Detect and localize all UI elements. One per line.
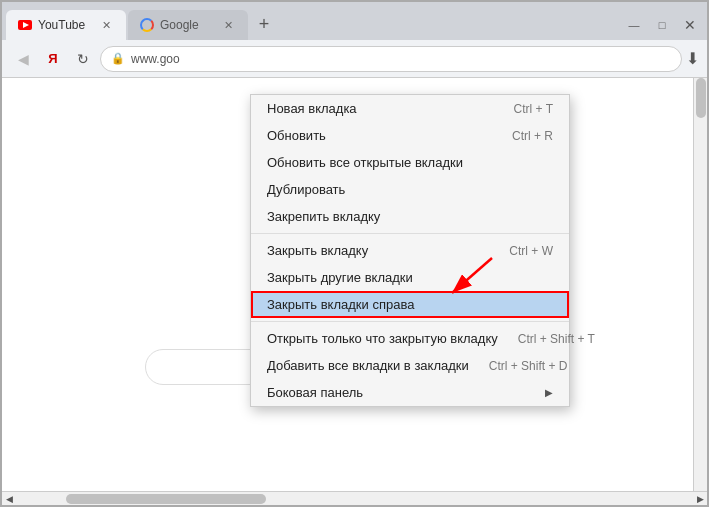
menu-item-duplicate[interactable]: Дублировать <box>251 176 569 203</box>
menu-item-pin[interactable]: Закрепить вкладку <box>251 203 569 230</box>
menu-item-close-tab-shortcut: Ctrl + W <box>509 244 553 258</box>
menu-item-sidebar[interactable]: Боковая панель ▶ <box>251 379 569 406</box>
menu-item-close-tab[interactable]: Закрыть вкладку Ctrl + W <box>251 237 569 264</box>
menu-item-sidebar-label: Боковая панель <box>267 385 537 400</box>
menu-item-new-tab-label: Новая вкладка <box>267 101 494 116</box>
window-controls: — □ ✕ <box>621 14 703 40</box>
tab-bar: YouTube ✕ Google ✕ + — □ ✕ <box>2 2 707 40</box>
scroll-arrow-left[interactable]: ◀ <box>2 492 16 506</box>
maximize-button[interactable]: □ <box>649 14 675 36</box>
annotation-arrow <box>422 248 502 308</box>
menu-item-close-others-label: Закрыть другие вкладки <box>267 270 553 285</box>
bottom-scrollbar[interactable]: ◀ ▶ <box>2 491 707 505</box>
scroll-arrow-right[interactable]: ▶ <box>693 492 707 506</box>
minimize-button[interactable]: — <box>621 14 647 36</box>
menu-item-bookmark-all-label: Добавить все вкладки в закладки <box>267 358 469 373</box>
yandex-icon: Я <box>48 51 57 66</box>
tab-google-label: Google <box>160 18 214 32</box>
scrollbar-thumb-bottom <box>66 494 266 504</box>
menu-item-refresh-all[interactable]: Обновить все открытые вкладки <box>251 149 569 176</box>
menu-item-reopen-shortcut: Ctrl + Shift + T <box>518 332 595 346</box>
youtube-icon <box>18 20 32 30</box>
tab-close-google[interactable]: ✕ <box>220 17 236 33</box>
back-button[interactable]: ◀ <box>10 46 36 72</box>
address-bar[interactable]: 🔒 www.goo <box>100 46 682 72</box>
address-text: www.goo <box>131 52 180 66</box>
menu-item-close-right-label: Закрыть вкладки справа <box>267 297 553 312</box>
scrollbar-right[interactable] <box>693 78 707 491</box>
menu-item-reopen[interactable]: Открыть только что закрытую вкладку Ctrl… <box>251 325 569 352</box>
menu-item-new-tab[interactable]: Новая вкладка Ctrl + T <box>251 95 569 122</box>
tab-youtube-label: YouTube <box>38 18 92 32</box>
close-window-button[interactable]: ✕ <box>677 14 703 36</box>
tab-google[interactable]: Google ✕ <box>128 10 248 40</box>
google-icon <box>140 18 154 32</box>
tab-close-youtube[interactable]: ✕ <box>98 17 114 33</box>
menu-item-duplicate-label: Дублировать <box>267 182 553 197</box>
menu-item-bookmark-all-shortcut: Ctrl + Shift + D <box>489 359 568 373</box>
menu-arrow-icon: ▶ <box>545 387 553 398</box>
menu-item-close-right[interactable]: Закрыть вкладки справа <box>251 291 569 318</box>
menu-item-reopen-label: Открыть только что закрытую вкладку <box>267 331 498 346</box>
svg-line-1 <box>452 258 492 293</box>
menu-item-refresh-shortcut: Ctrl + R <box>512 129 553 143</box>
new-tab-button[interactable]: + <box>250 10 278 38</box>
menu-item-new-tab-shortcut: Ctrl + T <box>514 102 553 116</box>
tab-youtube[interactable]: YouTube ✕ <box>6 10 126 40</box>
download-icon[interactable]: ⬇ <box>686 49 699 68</box>
yandex-button[interactable]: Я <box>40 46 66 72</box>
menu-separator-2 <box>251 321 569 322</box>
scrollbar-thumb-right <box>696 78 706 118</box>
browser-window: YouTube ✕ Google ✕ + — □ ✕ ◀ Я ↻ 🔒 www.g… <box>2 2 707 505</box>
menu-item-pin-label: Закрепить вкладку <box>267 209 553 224</box>
menu-item-refresh[interactable]: Обновить Ctrl + R <box>251 122 569 149</box>
menu-separator-1 <box>251 233 569 234</box>
content-area: Google Новая вкладка Ctrl + T Обновить C… <box>2 78 707 491</box>
google-favicon <box>140 18 154 32</box>
menu-item-close-others[interactable]: Закрыть другие вкладки <box>251 264 569 291</box>
menu-item-bookmark-all[interactable]: Добавить все вкладки в закладки Ctrl + S… <box>251 352 569 379</box>
nav-bar: ◀ Я ↻ 🔒 www.goo ⬇ <box>2 40 707 78</box>
menu-item-refresh-all-label: Обновить все открытые вкладки <box>267 155 553 170</box>
refresh-button[interactable]: ↻ <box>70 46 96 72</box>
context-menu: Новая вкладка Ctrl + T Обновить Ctrl + R… <box>250 94 570 407</box>
youtube-favicon <box>18 18 32 32</box>
lock-icon: 🔒 <box>111 52 125 65</box>
menu-item-refresh-label: Обновить <box>267 128 492 143</box>
scrollbar-track-bottom <box>16 492 693 505</box>
